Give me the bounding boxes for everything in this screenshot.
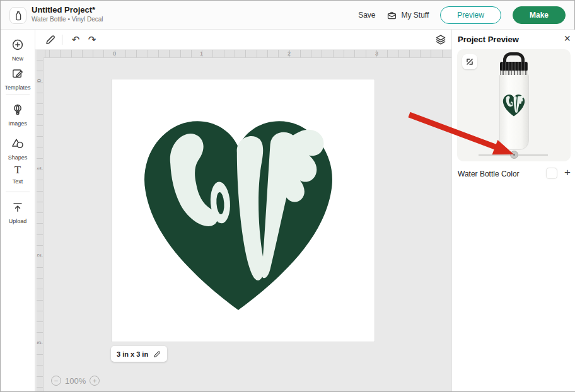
project-type-button[interactable] [9,7,26,24]
undo-icon[interactable]: ↶ [69,33,82,46]
love-heart-design[interactable] [125,110,352,318]
toolbar-divider [62,35,62,45]
templates-icon [11,67,24,80]
design-canvas[interactable] [112,79,375,342]
make-button[interactable]: Make [513,6,566,24]
sidebar-item-upload[interactable]: Upload [1,201,35,224]
edit-pencil-icon[interactable] [44,33,57,46]
edit-size-pencil-icon[interactable] [153,350,161,359]
panel-title: Project Preview [458,35,519,44]
zoom-in-button[interactable]: + [90,376,100,386]
add-color-button[interactable]: + [564,166,571,179]
close-icon[interactable]: × [564,32,571,45]
color-section-label: Water Bottle Color [458,170,520,178]
ruler-left: 0 1 2 3 [37,58,44,391]
my-stuff-button[interactable]: My Stuff [386,10,429,21]
sidebar-divider [6,192,30,192]
sidebar-item-templates[interactable]: Templates [1,67,35,91]
bottle-band [500,71,528,75]
bottle-decal [502,93,526,118]
bottle-cap [500,62,528,71]
preview-button[interactable]: Preview [440,6,501,24]
sidebar-divider [6,95,30,95]
zoom-control: − 100% + [51,376,100,386]
upload-icon [11,201,24,214]
header-actions: Save My Stuff Preview Make [358,1,566,30]
design-size-label: 3 in x 3 in [117,350,148,358]
zoom-level: 100% [65,376,86,386]
color-section: Water Bottle Color + [458,168,571,180]
sidebar-item-shapes[interactable]: Shapes [1,137,35,161]
ruler-top: 0 1 2 3 [44,50,451,58]
project-preview-panel: Project Preview × Water Bottle Color + [451,30,575,391]
product-preview-box [457,49,571,161]
project-subtitle: Water Bottle • Vinyl Decal [32,16,103,23]
project-title: Untitled Project* [32,5,103,14]
color-swatch[interactable] [546,168,557,179]
app-window: Untitled Project* Water Bottle • Vinyl D… [0,0,575,392]
text-icon: T [11,164,24,176]
shapes-icon [11,137,24,150]
zoom-out-button[interactable]: − [51,376,61,386]
sidebar-item-text[interactable]: T Text [1,164,35,185]
ruler-corner [37,50,44,58]
water-bottle-preview [457,49,571,161]
top-bar: Untitled Project* Water Bottle • Vinyl D… [1,1,574,30]
redo-icon[interactable]: ↷ [86,33,98,46]
size-label-pill[interactable]: 3 in x 3 in [111,346,167,362]
left-sidebar: New Templates Images Shapes T Text Uploa… [1,30,35,391]
sidebar-item-new[interactable]: New [1,38,35,62]
water-bottle-icon [13,10,24,21]
plus-circle-icon [11,38,24,51]
my-stuff-icon [386,10,397,21]
preview-size-slider-handle[interactable] [510,151,518,159]
canvas-area: ↶ ↷ 0 1 2 3 0 1 2 3 [35,30,451,391]
title-block: Untitled Project* Water Bottle • Vinyl D… [32,5,103,23]
save-button[interactable]: Save [358,11,375,20]
sidebar-item-images[interactable]: Images [1,103,35,127]
canvas-toolbar: ↶ ↷ [35,30,451,50]
layers-icon[interactable] [434,33,447,46]
images-icon [11,103,24,116]
